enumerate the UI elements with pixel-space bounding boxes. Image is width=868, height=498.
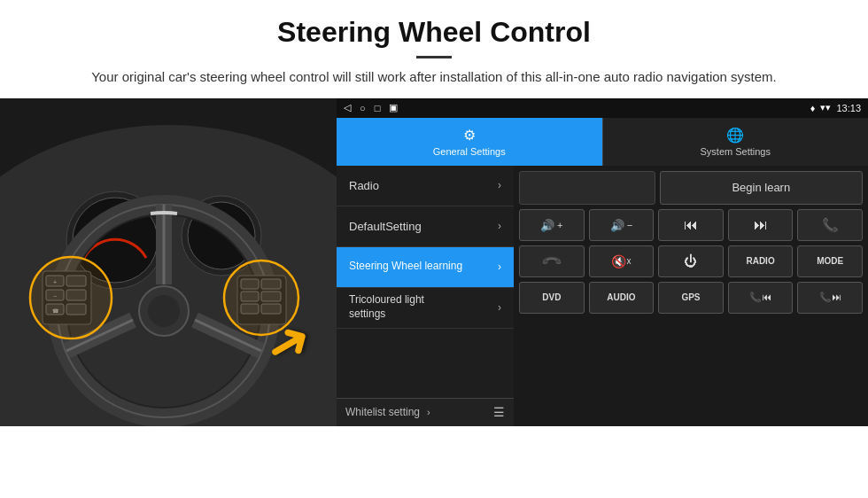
status-bar: ◁ ○ □ ▣ ♦ ▾▾ 13:13 xyxy=(337,98,868,118)
whitelist-list-icon: ☰ xyxy=(493,405,505,419)
prev-track-button[interactable]: ⏮ xyxy=(658,209,724,241)
menu-item-steering-wheel[interactable]: Steering Wheel learning › xyxy=(337,247,514,288)
title-divider xyxy=(416,56,452,58)
settings-tabs: ⚙ General Settings 🌐 System Settings xyxy=(337,118,868,166)
steering-wheel-image: + − ☎ ➜ xyxy=(0,98,337,426)
main-content: + − ☎ ➜ ◁ ○ xyxy=(0,98,868,426)
next-track-button[interactable]: ⏭ xyxy=(728,209,794,241)
menu-icon[interactable]: ▣ xyxy=(389,102,398,113)
recents-icon[interactable]: □ xyxy=(375,103,381,113)
tab-general-label: General Settings xyxy=(433,146,506,157)
learn-empty-area xyxy=(519,171,655,205)
menu-arrow-radio: › xyxy=(498,179,501,191)
control-row-2: 📞 🔇 x ⏻ RADIO MODE xyxy=(519,245,863,277)
mode-button[interactable]: MODE xyxy=(797,245,863,277)
controls-panel: Begin learn 🔊 + 🔊 − ⏮ xyxy=(514,166,868,426)
begin-learn-button[interactable]: Begin learn xyxy=(660,171,863,205)
whitelist-label: Whitelist setting xyxy=(345,406,420,418)
menu-item-default-label: DefaultSetting xyxy=(349,220,422,233)
menu-item-tricoloured-label: Tricoloured lightsettings xyxy=(349,293,424,321)
mute-button[interactable]: 🔇 x xyxy=(589,245,655,277)
svg-point-34 xyxy=(30,257,112,338)
page-header: Steering Wheel Control Your original car… xyxy=(0,0,868,98)
menu-item-default-setting[interactable]: DefaultSetting › xyxy=(337,206,514,247)
signal-icon: ▾▾ xyxy=(820,102,831,113)
clock: 13:13 xyxy=(836,103,861,113)
page-subtitle: Your original car's steering wheel contr… xyxy=(53,67,815,88)
gps-button[interactable]: GPS xyxy=(658,282,724,314)
control-row-3: DVD AUDIO GPS 📞⏮ 📞⏭ xyxy=(519,282,863,314)
system-settings-icon: 🌐 xyxy=(726,127,744,144)
volume-down-button[interactable]: 🔊 − xyxy=(589,209,655,241)
settings-menu: Radio › DefaultSetting › Steering Wheel … xyxy=(337,166,514,426)
tab-general-settings[interactable]: ⚙ General Settings xyxy=(337,118,602,166)
menu-item-radio-label: Radio xyxy=(349,179,379,192)
menu-item-steering-label: Steering Wheel learning xyxy=(349,260,462,274)
home-icon[interactable]: ○ xyxy=(360,103,366,113)
menu-arrow-tricoloured: › xyxy=(498,301,501,314)
svg-point-16 xyxy=(148,295,180,327)
menu-controls-area: Radio › DefaultSetting › Steering Wheel … xyxy=(337,166,868,426)
tab-system-settings[interactable]: 🌐 System Settings xyxy=(602,118,869,166)
menu-arrow-default: › xyxy=(498,220,501,232)
phone-prev-button[interactable]: 📞⏮ xyxy=(728,282,794,314)
svg-text:🔊: 🔊 xyxy=(610,218,625,233)
whitelist-row[interactable]: Whitelist setting › ☰ xyxy=(337,398,514,426)
phone-button[interactable]: 📞 xyxy=(797,209,863,241)
power-button[interactable]: ⏻ xyxy=(658,245,724,277)
general-settings-icon: ⚙ xyxy=(463,127,476,144)
radio-button[interactable]: RADIO xyxy=(728,245,794,277)
svg-text:🔊: 🔊 xyxy=(540,218,555,233)
status-bar-nav: ◁ ○ □ ▣ xyxy=(344,102,398,113)
tab-system-label: System Settings xyxy=(701,146,771,157)
volume-up-button[interactable]: 🔊 + xyxy=(519,209,585,241)
android-ui: ◁ ○ □ ▣ ♦ ▾▾ 13:13 ⚙ General Settings 🌐 … xyxy=(337,98,868,426)
back-icon[interactable]: ◁ xyxy=(344,102,351,113)
whitelist-arrow-icon: › xyxy=(427,407,430,417)
dvd-button[interactable]: DVD xyxy=(519,282,585,314)
menu-item-tricoloured[interactable]: Tricoloured lightsettings › xyxy=(337,288,514,329)
location-icon: ♦ xyxy=(810,103,816,113)
menu-item-radio[interactable]: Radio › xyxy=(337,166,514,206)
hangup-button[interactable]: 📞 xyxy=(519,245,585,277)
menu-arrow-steering: › xyxy=(498,261,501,273)
audio-button[interactable]: AUDIO xyxy=(589,282,655,314)
phone-next-button[interactable]: 📞⏭ xyxy=(797,282,863,314)
control-row-1: 🔊 + 🔊 − ⏮ ⏭ 📞 xyxy=(519,209,863,241)
page-title: Steering Wheel Control xyxy=(53,16,815,49)
status-bar-info: ♦ ▾▾ 13:13 xyxy=(810,102,861,113)
begin-learn-row: Begin learn xyxy=(519,171,863,205)
